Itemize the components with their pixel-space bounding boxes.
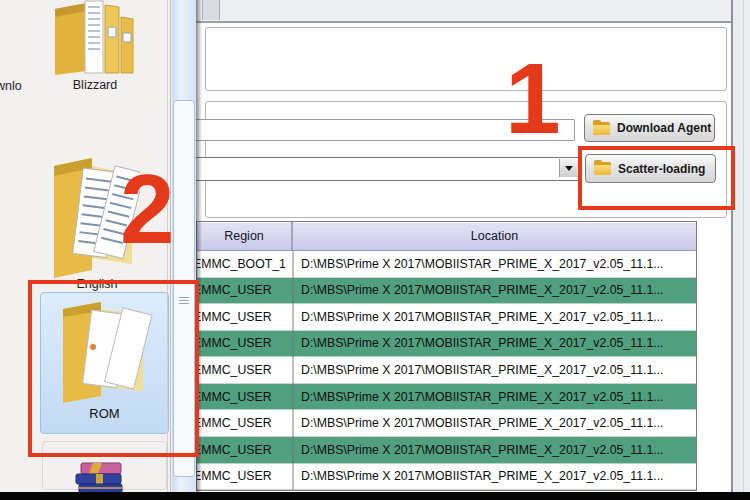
location-cell: D:\MBS\Prime X 2017\MOBIISTAR_PRIME_X_20… [293, 283, 696, 297]
location-cell: D:\MBS\Prime X 2017\MOBIISTAR_PRIME_X_20… [293, 469, 696, 483]
column-header-region[interactable]: Region [197, 222, 293, 250]
location-cell: D:\MBS\Prime X 2017\MOBIISTAR_PRIME_X_20… [293, 363, 696, 377]
region-cell: EMMC_USER [197, 283, 293, 297]
table-body: EMMC_BOOT_1 D:\MBS\Prime X 2017\MOBIISTA… [197, 251, 696, 490]
window-right-margin [733, 0, 750, 500]
table-row[interactable]: EMMC_USER D:\MBS\Prime X 2017\MOBIISTAR_… [197, 464, 696, 491]
location-cell: D:\MBS\Prime X 2017\MOBIISTAR_PRIME_X_20… [293, 336, 696, 350]
column-divider-line [292, 251, 294, 490]
location-cell: D:\MBS\Prime X 2017\MOBIISTAR_PRIME_X_20… [293, 310, 696, 324]
annotation-box-rom-folder [28, 280, 199, 457]
folder-label-downlo: wnlo [0, 79, 44, 93]
table-row[interactable]: EMMC_USER D:\MBS\Prime X 2017\MOBIISTAR_… [197, 410, 696, 437]
region-cell: EMMC_USER [197, 310, 293, 324]
download-agent-button[interactable]: Download Agent [584, 114, 715, 142]
region-cell: EMMC_USER [197, 363, 293, 377]
annotation-box-scatter-loading [578, 146, 735, 210]
chevron-down-icon [565, 166, 573, 171]
region-cell: EMMC_USER [197, 416, 293, 430]
tool-corner-tab [202, 0, 220, 20]
folder-icon-blizzard[interactable] [47, 0, 141, 75]
upper-group-box [205, 27, 727, 91]
right-margin-line [743, 0, 744, 500]
region-cell: EMMC_USER [197, 390, 293, 404]
combobox-dropdown-button[interactable] [559, 159, 578, 177]
screenshot-root: wnlo Blizzard [0, 0, 750, 500]
region-cell: EMMC_USER [197, 469, 293, 483]
tool-top-bar [196, 0, 731, 23]
winrar-archive-icon[interactable] [75, 462, 125, 496]
table-row[interactable]: EMMC_USER D:\MBS\Prime X 2017\MOBIISTAR_… [197, 437, 696, 464]
download-agent-button-label: Download Agent [617, 121, 711, 135]
table-row[interactable]: EMMC_USER D:\MBS\Prime X 2017\MOBIISTAR_… [197, 384, 696, 411]
table-row[interactable]: EMMC_BOOT_1 D:\MBS\Prime X 2017\MOBIISTA… [197, 251, 696, 278]
location-cell: D:\MBS\Prime X 2017\MOBIISTAR_PRIME_X_20… [293, 416, 696, 430]
column-header-location[interactable]: Location [293, 222, 696, 250]
region-cell: EMMC_USER [197, 443, 293, 457]
scatter-file-combobox[interactable] [196, 157, 580, 181]
folder-label-blizzard: Blizzard [50, 78, 140, 92]
table-row[interactable]: EMMC_USER D:\MBS\Prime X 2017\MOBIISTAR_… [197, 304, 696, 331]
bottom-black-bar [0, 492, 750, 500]
partition-table: Region Location EMMC_BOOT_1 D:\MBS\Prime… [196, 221, 697, 491]
flash-tool-window: Download Agent Scatter-loading Region Lo… [196, 0, 733, 492]
table-row[interactable]: EMMC_USER D:\MBS\Prime X 2017\MOBIISTAR_… [197, 331, 696, 358]
location-cell: D:\MBS\Prime X 2017\MOBIISTAR_PRIME_X_20… [293, 443, 696, 457]
location-cell: D:\MBS\Prime X 2017\MOBIISTAR_PRIME_X_20… [293, 390, 696, 404]
location-cell: D:\MBS\Prime X 2017\MOBIISTAR_PRIME_X_20… [293, 257, 696, 271]
annotation-step-1: 1 [505, 48, 561, 148]
table-row[interactable]: EMMC_USER D:\MBS\Prime X 2017\MOBIISTAR_… [197, 278, 696, 305]
table-header-row: Region Location [197, 222, 696, 251]
region-cell: EMMC_BOOT_1 [197, 257, 293, 271]
annotation-step-2: 2 [120, 160, 175, 258]
region-cell: EMMC_USER [197, 336, 293, 350]
table-row[interactable]: EMMC_USER D:\MBS\Prime X 2017\MOBIISTAR_… [197, 357, 696, 384]
folder-open-icon [593, 122, 610, 135]
